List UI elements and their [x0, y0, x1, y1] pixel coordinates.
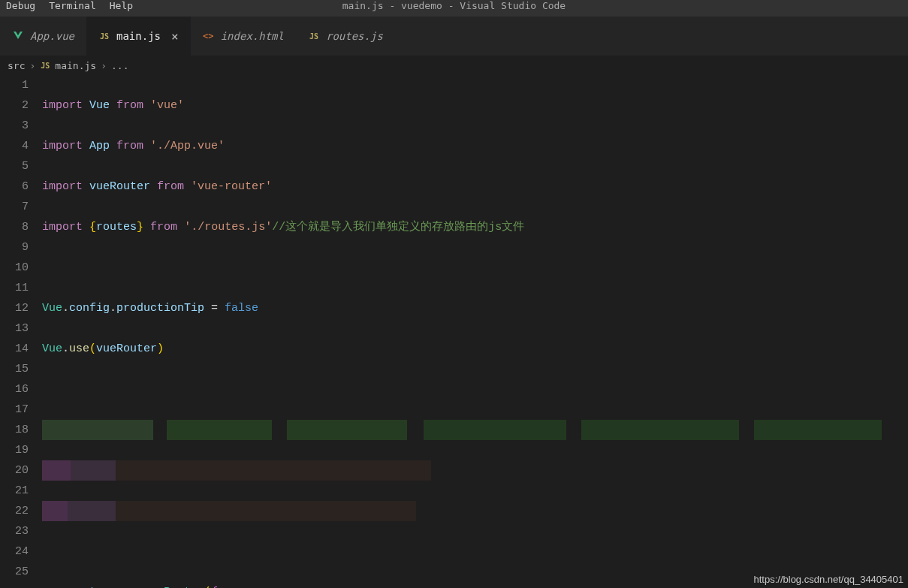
js-icon: JS [308, 30, 320, 42]
menu-bar: Debug Terminal Help main.js - vuedemo - … [0, 0, 908, 17]
code-line[interactable] [42, 379, 908, 400]
lineno: 9 [0, 237, 29, 258]
lineno: 5 [0, 156, 29, 176]
lineno: 18 [0, 420, 29, 440]
redacted-line [42, 420, 908, 440]
lineno: 25 [0, 562, 29, 582]
lineno: 14 [0, 339, 29, 359]
vue-icon [12, 30, 24, 42]
breadcrumb-seg[interactable]: main.js [55, 60, 96, 71]
code-line[interactable]: import Vue from 'vue' [42, 95, 908, 116]
lineno: 24 [0, 541, 29, 562]
editor[interactable]: 1 2 3 4 5 6 7 8 9 10 11 12 13 14 15 16 1… [0, 75, 908, 588]
code-line[interactable] [42, 541, 908, 562]
close-icon[interactable]: × [171, 29, 179, 44]
menu-help[interactable]: Help [110, 0, 133, 11]
lineno: 13 [0, 318, 29, 339]
tab-main-js[interactable]: JS main.js × [86, 17, 191, 56]
lineno: 10 [0, 258, 29, 278]
chevron-right-icon: › [29, 60, 35, 71]
tab-label: routes.js [326, 30, 383, 42]
redacted-line [42, 460, 908, 481]
lineno: 7 [0, 197, 29, 217]
breadcrumb[interactable]: src › JS main.js › ... [0, 56, 908, 75]
svg-text:<>: <> [203, 31, 213, 41]
lineno: 8 [0, 217, 29, 237]
lineno: 3 [0, 116, 29, 136]
lineno: 17 [0, 400, 29, 420]
chevron-right-icon: › [101, 60, 107, 71]
lineno: 2 [0, 95, 29, 116]
code-line[interactable]: Vue.use(vueRouter) [42, 339, 908, 359]
svg-marker-0 [14, 32, 23, 39]
lineno: 19 [0, 440, 29, 460]
js-icon: JS [40, 62, 50, 70]
line-gutter: 1 2 3 4 5 6 7 8 9 10 11 12 13 14 15 16 1… [0, 75, 42, 588]
tab-app-vue[interactable]: App.vue [0, 17, 86, 56]
breadcrumb-seg[interactable]: src [8, 60, 25, 71]
code-line[interactable]: import vueRouter from 'vue-router' [42, 176, 908, 197]
code-line[interactable]: import {routes} from './routes.js'//这个就是… [42, 217, 908, 237]
redacted-line [42, 501, 908, 521]
html-icon: <> [203, 30, 215, 42]
lineno: 22 [0, 501, 29, 521]
window-title: main.js - vuedemo - Visual Studio Code [0, 0, 908, 11]
lineno: 12 [0, 298, 29, 318]
lineno: 16 [0, 379, 29, 400]
lineno: 23 [0, 521, 29, 541]
code-line[interactable] [42, 258, 908, 278]
lineno: 21 [0, 481, 29, 501]
tab-index-html[interactable]: <> index.html [191, 17, 296, 56]
tab-bar: App.vue JS main.js × <> index.html JS ro… [0, 17, 908, 56]
lineno: 6 [0, 176, 29, 197]
js-icon: JS [98, 30, 110, 42]
tab-label: App.vue [30, 30, 74, 42]
tab-routes-js[interactable]: JS routes.js [296, 17, 395, 56]
menu-terminal[interactable]: Terminal [49, 0, 96, 11]
code-line[interactable]: Vue.config.productionTip = false [42, 298, 908, 318]
breadcrumb-ellipsis[interactable]: ... [111, 60, 128, 71]
code-line[interactable]: import App from './App.vue' [42, 136, 908, 156]
lineno: 15 [0, 359, 29, 379]
lineno: 4 [0, 136, 29, 156]
code-area[interactable]: import Vue from 'vue' import App from '.… [42, 75, 908, 588]
lineno: 1 [0, 75, 29, 95]
menu-debug[interactable]: Debug [6, 0, 35, 11]
lineno: 20 [0, 460, 29, 481]
tab-label: index.html [221, 30, 284, 42]
tab-label: main.js [116, 30, 161, 42]
lineno: 11 [0, 278, 29, 298]
watermark: https://blog.csdn.net/qq_34405401 [754, 574, 904, 585]
